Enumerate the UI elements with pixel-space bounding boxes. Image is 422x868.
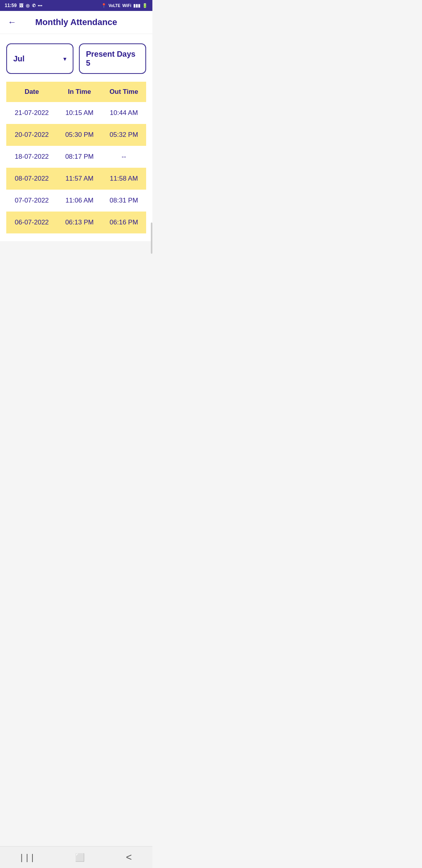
cell-out-time: 10:44 AM (102, 102, 146, 124)
cell-in-time: 08:17 PM (57, 146, 102, 168)
signal-icon: ▮▮▮ (133, 3, 140, 8)
cell-date: 06-07-2022 (6, 212, 57, 233)
status-left: 11:59 🖼 ◎ ✆ ••• (5, 3, 42, 8)
table-row: 21-07-202210:15 AM10:44 AM (6, 102, 146, 124)
controls-row: Jul ▾ Present Days 5 (0, 34, 152, 82)
scrollbar[interactable] (151, 222, 152, 254)
table-row: 18-07-202208:17 PM-- (6, 146, 146, 168)
table-row: 07-07-202211:06 AM08:31 PM (6, 190, 146, 212)
battery-icon: 🔋 (142, 3, 148, 8)
cell-out-time: -- (102, 146, 146, 168)
table-header-row: Date In Time Out Time (6, 82, 146, 102)
table-row: 08-07-202211:57 AM11:58 AM (6, 168, 146, 190)
month-label: Jul (13, 54, 25, 63)
page-title: Monthly Attendance (35, 17, 117, 27)
cell-in-time: 05:30 PM (57, 124, 102, 146)
cell-date: 21-07-2022 (6, 102, 57, 124)
present-days-badge: Present Days 5 (79, 43, 146, 74)
cell-out-time: 11:58 AM (102, 168, 146, 190)
cell-in-time: 10:15 AM (57, 102, 102, 124)
col-header-out-time: Out Time (102, 82, 146, 102)
cell-in-time: 11:57 AM (57, 168, 102, 190)
cell-date: 20-07-2022 (6, 124, 57, 146)
chevron-down-icon: ▾ (63, 55, 66, 63)
cell-out-time: 08:31 PM (102, 190, 146, 212)
status-bar: 11:59 🖼 ◎ ✆ ••• 📍 VoLTE WiFi ▮▮▮ 🔋 (0, 0, 152, 11)
cell-date: 08-07-2022 (6, 168, 57, 190)
present-days-text: Present Days 5 (86, 50, 139, 68)
back-button[interactable]: ← (8, 17, 16, 27)
cell-date: 07-07-2022 (6, 190, 57, 212)
location-icon: 📍 (101, 3, 107, 8)
table-row: 06-07-202206:13 PM06:16 PM (6, 212, 146, 233)
attendance-table: Date In Time Out Time 21-07-202210:15 AM… (6, 82, 146, 233)
photo-icon: 🖼 (19, 3, 23, 8)
whatsapp-icon: ✆ (32, 3, 36, 8)
wifi-icon: WiFi (122, 3, 131, 8)
status-right: 📍 VoLTE WiFi ▮▮▮ 🔋 (101, 3, 148, 8)
cell-out-time: 05:32 PM (102, 124, 146, 146)
status-time: 11:59 (5, 3, 17, 8)
cell-date: 18-07-2022 (6, 146, 57, 168)
col-header-in-time: In Time (57, 82, 102, 102)
cell-in-time: 11:06 AM (57, 190, 102, 212)
month-selector[interactable]: Jul ▾ (6, 43, 73, 74)
dots-icon: ••• (38, 3, 43, 8)
instagram-icon: ◎ (26, 3, 30, 8)
volte-icon: VoLTE (109, 4, 120, 8)
attendance-table-container: Date In Time Out Time 21-07-202210:15 AM… (0, 82, 152, 241)
cell-out-time: 06:16 PM (102, 212, 146, 233)
table-row: 20-07-202205:30 PM05:32 PM (6, 124, 146, 146)
cell-in-time: 06:13 PM (57, 212, 102, 233)
col-header-date: Date (6, 82, 57, 102)
page-header: ← Monthly Attendance (0, 11, 152, 34)
